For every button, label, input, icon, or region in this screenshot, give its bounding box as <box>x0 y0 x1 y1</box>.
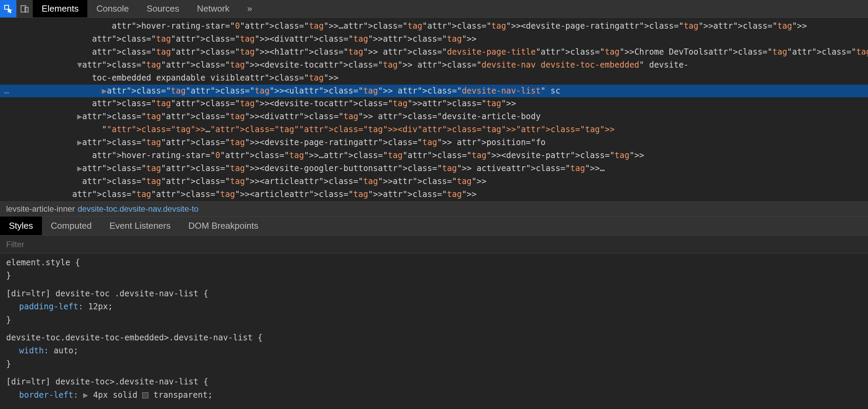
css-rule[interactable]: [dir=ltr] devsite-toc .devsite-nav-list … <box>6 287 868 326</box>
tab-sources[interactable]: Sources <box>138 0 188 17</box>
dom-tree-panel[interactable]: attr">hover-rating-star="0"attr">class="… <box>0 18 868 201</box>
dom-tree-line[interactable]: attr">class="tag"attr">class="tag">><div… <box>0 33 868 46</box>
inspect-element-button[interactable] <box>0 0 16 17</box>
devtools-tabs: Elements Console Sources Network » <box>33 0 261 17</box>
dom-tree-line[interactable]: toc-embedded expandable visibleattr">cla… <box>0 72 868 85</box>
tab-styles[interactable]: Styles <box>0 216 42 235</box>
dom-tree-line[interactable]: attr">hover-rating-star="0"attr">class="… <box>0 20 868 33</box>
devtools-toolbar: Elements Console Sources Network » ✕ 1 ⋮… <box>0 0 868 18</box>
dom-tree-line[interactable]: attr">hover-rating-star="0"attr">class="… <box>0 149 868 162</box>
devtools-pane: Elements Console Sources Network » ✕ 1 ⋮… <box>0 0 868 409</box>
dom-breadcrumbs: levsite-article-inner devsite-toc.devsit… <box>0 201 868 216</box>
dom-tree-line[interactable]: attr">class="tag"attr">class="tag">><art… <box>0 188 868 201</box>
dom-tree-line[interactable]: attr">class="tag"attr">class="tag">><h1a… <box>0 46 868 59</box>
css-rule[interactable]: element.style {} <box>6 256 868 282</box>
dom-tree-line[interactable]: ▼attr">class="tag"attr">class="tag">><de… <box>0 59 868 72</box>
dom-tree-line[interactable]: attr">class="tag"attr">class="tag">><dev… <box>0 97 868 110</box>
crumb-item-active[interactable]: devsite-toc.devsite-nav.devsite-to <box>77 204 198 214</box>
tab-console[interactable]: Console <box>87 0 138 17</box>
dom-tree-line[interactable]: ▶attr">class="tag"attr">class="tag">><de… <box>0 162 868 175</box>
dom-tree-line[interactable]: ""attr">class="tag">>…"attr">class="tag"… <box>0 123 868 136</box>
dom-tree-line[interactable]: ▶attr">class="tag"attr">class="tag">><di… <box>0 110 868 123</box>
styles-filter-input[interactable] <box>6 240 868 249</box>
device-toolbar-button[interactable] <box>16 0 33 17</box>
css-rule[interactable]: devsite-toc.devsite-toc-embedded>.devsit… <box>6 331 868 370</box>
tab-network[interactable]: Network <box>188 0 238 17</box>
tab-dom-breakpoints[interactable]: DOM Breakpoints <box>179 216 267 235</box>
styles-tabs: Styles Computed Event Listeners DOM Brea… <box>0 216 868 236</box>
dom-tree-line[interactable]: ▶attr">class="tag"attr">class="tag">><de… <box>0 136 868 149</box>
tab-computed[interactable]: Computed <box>42 216 101 235</box>
dom-tree-line[interactable]: … ▶attr">class="tag"attr">class="tag">><… <box>0 85 868 98</box>
styles-panel[interactable]: element.style {}[dir=ltr] devsite-toc .d… <box>0 253 868 409</box>
styles-filter-row: + <box>0 236 868 253</box>
tab-event-listeners[interactable]: Event Listeners <box>101 216 179 235</box>
tab-elements[interactable]: Elements <box>33 0 87 17</box>
tabs-overflow-button[interactable]: » <box>238 0 261 17</box>
crumb-item[interactable]: levsite-article-inner <box>6 204 75 214</box>
css-rule[interactable]: [dir=ltr] devsite-toc>.devsite-nav-list … <box>6 375 868 401</box>
dom-tree-line[interactable]: attr">class="tag"attr">class="tag">><art… <box>0 175 868 188</box>
